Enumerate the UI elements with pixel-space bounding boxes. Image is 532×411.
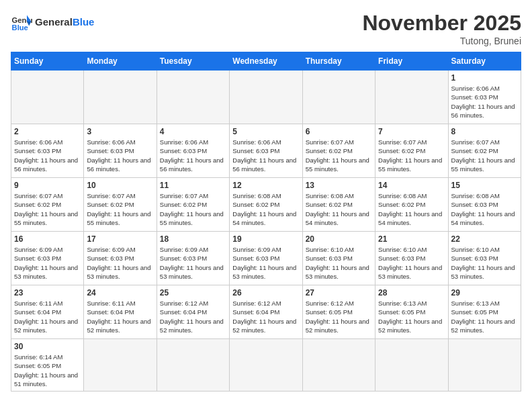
day-number: 9 [14, 181, 81, 190]
logo: General Blue GeneralBlue [11, 11, 94, 32]
day-cell [84, 71, 157, 124]
day-info: Sunrise: 6:06 AMSunset: 6:03 PMDaylight:… [451, 84, 518, 120]
header-cell-tuesday: Tuesday [157, 52, 229, 71]
day-info: Sunrise: 6:07 AMSunset: 6:02 PMDaylight:… [451, 138, 518, 173]
day-info: Sunrise: 6:09 AMSunset: 6:03 PMDaylight:… [87, 245, 153, 281]
day-cell [157, 339, 229, 392]
day-cell [157, 71, 229, 124]
week-row-1: 1Sunrise: 6:06 AMSunset: 6:03 PMDaylight… [11, 71, 521, 124]
day-cell [375, 339, 448, 392]
day-number: 25 [160, 288, 226, 298]
day-cell: 4Sunrise: 6:06 AMSunset: 6:03 PMDaylight… [157, 124, 229, 178]
day-info: Sunrise: 6:06 AMSunset: 6:03 PMDaylight:… [160, 138, 226, 173]
day-info: Sunrise: 6:07 AMSunset: 6:02 PMDaylight:… [87, 191, 153, 227]
day-info: Sunrise: 6:06 AMSunset: 6:03 PMDaylight:… [87, 138, 153, 173]
day-number: 22 [451, 234, 518, 244]
day-cell: 8Sunrise: 6:07 AMSunset: 6:02 PMDaylight… [448, 124, 521, 178]
day-cell: 30Sunrise: 6:14 AMSunset: 6:05 PMDayligh… [11, 339, 84, 392]
day-info: Sunrise: 6:08 AMSunset: 6:02 PMDaylight:… [306, 191, 372, 227]
day-cell: 7Sunrise: 6:07 AMSunset: 6:02 PMDaylight… [375, 124, 448, 178]
day-number: 12 [232, 181, 299, 190]
day-info: Sunrise: 6:10 AMSunset: 6:03 PMDaylight:… [378, 245, 445, 281]
day-info: Sunrise: 6:11 AMSunset: 6:04 PMDaylight:… [87, 299, 153, 334]
day-cell: 21Sunrise: 6:10 AMSunset: 6:03 PMDayligh… [375, 232, 448, 285]
day-number: 1 [451, 73, 518, 83]
day-number: 8 [451, 127, 518, 136]
day-cell: 11Sunrise: 6:07 AMSunset: 6:02 PMDayligh… [157, 178, 229, 232]
month-title: November 2025 [362, 11, 521, 36]
day-cell [11, 71, 84, 124]
day-cell: 3Sunrise: 6:06 AMSunset: 6:03 PMDaylight… [84, 124, 157, 178]
day-number: 29 [451, 288, 518, 298]
day-cell: 19Sunrise: 6:09 AMSunset: 6:03 PMDayligh… [230, 232, 302, 285]
day-number: 30 [14, 342, 81, 351]
week-row-4: 16Sunrise: 6:09 AMSunset: 6:03 PMDayligh… [11, 232, 521, 285]
day-number: 5 [232, 127, 299, 136]
day-number: 10 [87, 181, 153, 190]
header-cell-friday: Friday [375, 52, 448, 71]
day-cell: 25Sunrise: 6:12 AMSunset: 6:04 PMDayligh… [157, 285, 229, 339]
day-cell: 12Sunrise: 6:08 AMSunset: 6:02 PMDayligh… [230, 178, 302, 232]
day-cell: 16Sunrise: 6:09 AMSunset: 6:03 PMDayligh… [11, 232, 84, 285]
day-cell: 24Sunrise: 6:11 AMSunset: 6:04 PMDayligh… [84, 285, 157, 339]
day-cell: 22Sunrise: 6:10 AMSunset: 6:03 PMDayligh… [448, 232, 521, 285]
day-number: 23 [14, 288, 81, 298]
calendar-table: SundayMondayTuesdayWednesdayThursdayFrid… [11, 52, 521, 392]
day-cell: 20Sunrise: 6:10 AMSunset: 6:03 PMDayligh… [302, 232, 375, 285]
day-number: 7 [378, 127, 445, 136]
day-number: 15 [451, 181, 518, 190]
day-cell [448, 339, 521, 392]
day-number: 27 [306, 288, 372, 298]
day-number: 14 [378, 181, 445, 190]
week-row-5: 23Sunrise: 6:11 AMSunset: 6:04 PMDayligh… [11, 285, 521, 339]
logo-icon: General Blue [11, 11, 32, 32]
day-info: Sunrise: 6:07 AMSunset: 6:02 PMDaylight:… [378, 138, 445, 173]
title-block: November 2025 Tutong, Brunei [362, 11, 521, 46]
day-info: Sunrise: 6:09 AMSunset: 6:03 PMDaylight:… [232, 245, 299, 281]
day-number: 18 [160, 234, 226, 244]
day-number: 13 [306, 181, 372, 190]
day-info: Sunrise: 6:12 AMSunset: 6:05 PMDaylight:… [306, 299, 372, 334]
day-cell: 2Sunrise: 6:06 AMSunset: 6:03 PMDaylight… [11, 124, 84, 178]
day-cell: 18Sunrise: 6:09 AMSunset: 6:03 PMDayligh… [157, 232, 229, 285]
day-cell: 10Sunrise: 6:07 AMSunset: 6:02 PMDayligh… [84, 178, 157, 232]
day-number: 4 [160, 127, 226, 136]
day-number: 16 [14, 234, 81, 244]
day-info: Sunrise: 6:06 AMSunset: 6:03 PMDaylight:… [232, 138, 299, 173]
header-cell-saturday: Saturday [448, 52, 521, 71]
day-info: Sunrise: 6:07 AMSunset: 6:02 PMDaylight:… [14, 191, 81, 227]
day-cell [375, 71, 448, 124]
day-number: 11 [160, 181, 226, 190]
day-info: Sunrise: 6:09 AMSunset: 6:03 PMDaylight:… [14, 245, 81, 281]
day-number: 20 [306, 234, 372, 244]
day-info: Sunrise: 6:12 AMSunset: 6:04 PMDaylight:… [160, 299, 226, 334]
day-number: 26 [232, 288, 299, 298]
day-cell [302, 339, 375, 392]
day-cell: 14Sunrise: 6:08 AMSunset: 6:02 PMDayligh… [375, 178, 448, 232]
day-cell [84, 339, 157, 392]
day-info: Sunrise: 6:06 AMSunset: 6:03 PMDaylight:… [14, 138, 81, 173]
header-cell-wednesday: Wednesday [230, 52, 302, 71]
header-row: SundayMondayTuesdayWednesdayThursdayFrid… [11, 52, 521, 71]
week-row-6: 30Sunrise: 6:14 AMSunset: 6:05 PMDayligh… [11, 339, 521, 392]
day-number: 21 [378, 234, 445, 244]
day-info: Sunrise: 6:07 AMSunset: 6:02 PMDaylight:… [306, 138, 372, 173]
week-row-2: 2Sunrise: 6:06 AMSunset: 6:03 PMDaylight… [11, 124, 521, 178]
day-info: Sunrise: 6:14 AMSunset: 6:05 PMDaylight:… [14, 353, 81, 388]
svg-text:Blue: Blue [12, 24, 28, 32]
day-info: Sunrise: 6:11 AMSunset: 6:04 PMDaylight:… [14, 299, 81, 334]
day-cell [230, 71, 302, 124]
day-cell: 23Sunrise: 6:11 AMSunset: 6:04 PMDayligh… [11, 285, 84, 339]
header-cell-thursday: Thursday [302, 52, 375, 71]
day-cell: 1Sunrise: 6:06 AMSunset: 6:03 PMDaylight… [448, 71, 521, 124]
day-number: 24 [87, 288, 153, 298]
day-info: Sunrise: 6:08 AMSunset: 6:02 PMDaylight:… [378, 191, 445, 227]
day-info: Sunrise: 6:13 AMSunset: 6:05 PMDaylight:… [451, 299, 518, 334]
day-number: 17 [87, 234, 153, 244]
day-cell: 29Sunrise: 6:13 AMSunset: 6:05 PMDayligh… [448, 285, 521, 339]
day-info: Sunrise: 6:09 AMSunset: 6:03 PMDaylight:… [160, 245, 226, 281]
day-cell: 26Sunrise: 6:12 AMSunset: 6:04 PMDayligh… [230, 285, 302, 339]
logo-text: GeneralBlue [35, 16, 94, 28]
header-cell-sunday: Sunday [11, 52, 84, 71]
day-cell: 6Sunrise: 6:07 AMSunset: 6:02 PMDaylight… [302, 124, 375, 178]
